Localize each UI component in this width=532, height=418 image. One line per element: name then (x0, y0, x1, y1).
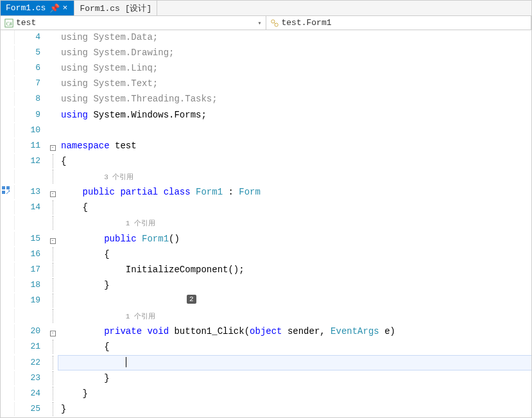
line-number: 20 (15, 324, 47, 338)
line-number: 6 (15, 61, 47, 75)
fold-cell (47, 309, 58, 323)
code-line[interactable]: } (58, 387, 531, 401)
indicator-margin-cell (1, 108, 15, 122)
fold-toggle-icon[interactable]: - (50, 145, 56, 151)
fold-cell (47, 154, 58, 168)
code-line[interactable]: 2 (58, 293, 531, 308)
line-number (15, 170, 47, 184)
class-icon (270, 19, 279, 28)
indicator-margin-cell (1, 247, 15, 261)
fold-cell (47, 108, 58, 122)
fold-cell (47, 247, 58, 261)
line-number: 17 (15, 263, 47, 277)
code-line[interactable]: using System.Threading.Tasks; (58, 92, 531, 106)
line-number: 9 (15, 108, 47, 122)
fold-cell (47, 216, 58, 230)
code-line[interactable] (58, 356, 531, 370)
indicator-margin-cell (1, 170, 15, 184)
chevron-down-icon: ▾ (257, 19, 261, 27)
indicator-margin-cell (1, 371, 15, 385)
tab-form1-design[interactable]: Form1.cs [设计] (74, 1, 157, 15)
text-cursor (126, 357, 126, 367)
fold-toggle-icon[interactable]: - (50, 238, 56, 244)
indicator-margin-cell (1, 340, 15, 354)
nav-class-dropdown[interactable]: test.Form1 (266, 16, 532, 30)
indicator-margin-cell (1, 278, 15, 292)
svg-rect-6 (6, 186, 10, 189)
codelens-text[interactable]: 3 个引用 (104, 173, 133, 181)
code-editor[interactable]: 4using System.Data;5using System.Drawing… (1, 30, 531, 417)
indicator-margin-cell (1, 123, 15, 137)
codelens-annotation[interactable]: 1 个引用 (58, 309, 531, 323)
line-number: 16 (15, 247, 47, 261)
marker-badge: 2 (187, 295, 196, 304)
line-number: 18 (15, 278, 47, 292)
fold-cell (47, 371, 58, 385)
fold-cell (47, 263, 58, 277)
code-line[interactable]: using System.Data; (58, 30, 531, 44)
code-line[interactable]: } (58, 371, 531, 385)
codelens-annotation[interactable]: 3 个引用 (58, 170, 531, 184)
codelens-text[interactable]: 1 个引用 (126, 220, 155, 227)
indicator-margin-cell (1, 356, 15, 370)
line-number: 4 (15, 30, 47, 44)
fold-cell[interactable]: - (47, 324, 58, 338)
code-line[interactable]: using System.Text; (58, 76, 531, 91)
fold-cell (47, 76, 58, 91)
code-line[interactable]: InitializeComponent(); (58, 263, 531, 277)
code-line[interactable]: using System.Drawing; (58, 46, 531, 60)
indicator-margin-cell (1, 61, 15, 75)
line-number: 7 (15, 76, 47, 91)
indicator-margin-cell (1, 185, 15, 199)
code-line[interactable]: { (58, 247, 531, 261)
line-number: 12 (15, 154, 47, 168)
indicator-margin-cell (1, 309, 15, 323)
line-number: 5 (15, 46, 47, 60)
code-line[interactable]: using System.Windows.Forms; (58, 108, 531, 122)
code-line[interactable]: namespace test (58, 139, 531, 153)
fold-cell (47, 30, 58, 44)
code-line[interactable]: public Form1() (58, 232, 531, 246)
indicator-margin-cell (1, 232, 15, 246)
indicator-margin-cell (1, 387, 15, 401)
svg-line-4 (274, 22, 275, 24)
line-number: 21 (15, 340, 47, 354)
fold-cell (47, 278, 58, 292)
indicator-margin-cell (1, 46, 15, 60)
fold-cell[interactable]: - (47, 139, 58, 153)
code-line[interactable]: } (58, 278, 531, 292)
tab-label: Form1.cs (6, 3, 46, 13)
pin-icon[interactable]: 📌 (49, 3, 57, 13)
tab-form1-cs[interactable]: Form1.cs 📌 × (1, 1, 74, 15)
line-number: 11 (15, 139, 47, 153)
fold-toggle-icon[interactable]: - (50, 331, 56, 336)
codelens-text[interactable]: 1 个引用 (126, 313, 155, 320)
indicator-margin-cell (1, 154, 15, 168)
code-line[interactable]: private void button1_Click(object sender… (58, 324, 531, 338)
svg-rect-5 (2, 186, 5, 189)
line-number: 14 (15, 200, 47, 214)
indicator-margin-cell (1, 30, 15, 44)
fold-cell (47, 387, 58, 401)
fold-cell (47, 61, 58, 75)
code-line[interactable]: { (58, 154, 531, 168)
code-line[interactable] (58, 123, 531, 137)
fold-cell (47, 402, 58, 416)
line-number (15, 309, 47, 323)
close-icon[interactable]: × (61, 3, 69, 13)
codelens-annotation[interactable]: 1 个引用 (58, 216, 531, 230)
code-line[interactable]: public partial class Form1 : Form (58, 185, 531, 199)
code-line[interactable]: { (58, 340, 531, 354)
code-line[interactable]: { (58, 200, 531, 214)
code-line[interactable]: } (58, 402, 531, 416)
indicator-margin-cell (1, 76, 15, 91)
code-line[interactable]: using System.Linq; (58, 61, 531, 75)
nav-namespace-dropdown[interactable]: C# test ▾ (1, 16, 266, 30)
tab-label: Form1.cs [设计] (80, 3, 151, 14)
fold-cell[interactable]: - (47, 232, 58, 246)
fold-cell[interactable]: - (47, 185, 58, 199)
fold-toggle-icon[interactable]: - (50, 191, 56, 197)
indicator-margin-cell (1, 324, 15, 338)
fold-cell (47, 356, 58, 370)
indicator-margin-cell (1, 200, 15, 214)
